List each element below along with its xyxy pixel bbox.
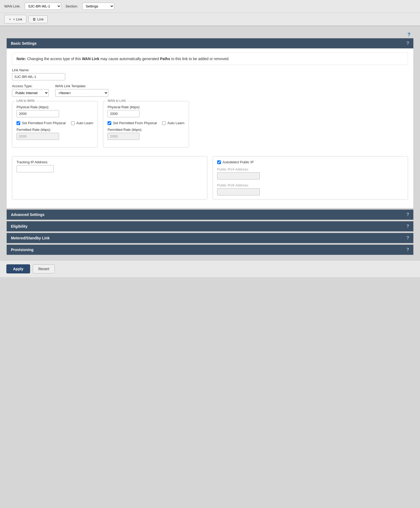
bottom-bar: Apply Revert xyxy=(0,260,420,277)
basic-settings-header: Basic Settings ? xyxy=(7,38,413,48)
metered-standby-label: Metered/Standby Link xyxy=(11,236,50,240)
autodetect-checkbox[interactable] xyxy=(217,160,221,164)
tracking-ip-label: Tracking IP Address: xyxy=(17,160,203,164)
wan-auto-learn-checkbox[interactable] xyxy=(162,121,166,125)
wan-permitted-rate-input[interactable] xyxy=(108,133,139,140)
add-link-label: + Link xyxy=(13,17,22,21)
public-ipv4-label: Public IPv4 Address: xyxy=(217,167,403,171)
add-link-button[interactable]: ＋ + Link xyxy=(4,15,26,23)
tracking-ip-panel: Tracking IP Address: xyxy=(12,156,207,199)
wan-physical-rate-input[interactable] xyxy=(108,110,139,117)
wan-auto-learn-label: Auto Learn xyxy=(167,121,184,125)
top-help-area: ? xyxy=(6,30,414,38)
advanced-settings-header[interactable]: Advanced Settings ? xyxy=(7,210,413,220)
main-content: ? Basic Settings ? Note: Changing the ac… xyxy=(0,26,420,260)
public-ipv4-input[interactable] xyxy=(217,172,260,180)
delete-link-label: Link xyxy=(37,17,44,21)
lan-checkbox-row: Set Permitted From Physical Auto Learn xyxy=(17,121,93,125)
provisioning-header[interactable]: Provisioning ? xyxy=(7,245,413,255)
eligibility-help-icon[interactable]: ? xyxy=(406,224,409,229)
lan-set-permitted-checkbox[interactable] xyxy=(17,121,20,125)
public-ipv6-input[interactable] xyxy=(217,188,260,195)
wan-template-label: WAN Link Template: xyxy=(55,84,108,88)
provisioning-section: Provisioning ? xyxy=(6,244,414,255)
eligibility-section: Eligibility ? xyxy=(6,221,414,232)
tracking-ip-input[interactable] xyxy=(17,165,54,172)
metered-standby-header[interactable]: Metered/Standby Link ? xyxy=(7,233,413,243)
section-label: Section: xyxy=(65,4,78,8)
tracking-panels-row: Tracking IP Address: Autodetect Public I… xyxy=(12,156,408,199)
wan-template-group: WAN Link Template: <None> xyxy=(55,84,108,97)
advanced-settings-label: Advanced Settings xyxy=(11,213,44,217)
lan-set-permitted-label: Set Permitted From Physical xyxy=(22,121,66,125)
trash-icon: 🗑 xyxy=(32,17,36,21)
provisioning-label: Provisioning xyxy=(11,248,34,252)
lan-physical-rate-group: Physical Rate (kbps): xyxy=(17,105,93,117)
advanced-settings-section: Advanced Settings ? xyxy=(6,209,414,220)
public-ipv6-group: Public IPv6 Address: xyxy=(217,183,403,195)
lan-to-wan-panel: LAN to WAN Physical Rate (kbps): Set Per… xyxy=(12,101,98,148)
wan-physical-rate-label: Physical Rate (kbps): xyxy=(108,105,184,109)
access-type-group: Access Type: Public Internet xyxy=(12,84,49,97)
help-icon-top[interactable]: ? xyxy=(407,32,410,38)
lan-physical-rate-input[interactable] xyxy=(17,110,59,117)
autodetect-checkbox-item[interactable]: Autodetect Public IP xyxy=(217,160,403,164)
link-name-input[interactable] xyxy=(12,73,65,80)
toolbar: ＋ + Link 🗑 Link xyxy=(0,13,420,26)
delete-link-button[interactable]: 🗑 Link xyxy=(28,15,48,23)
public-ipv4-group: Public IPv4 Address: xyxy=(217,167,403,180)
section-select[interactable]: Settings xyxy=(82,3,114,10)
public-ipv6-label: Public IPv6 Address: xyxy=(217,183,403,187)
lan-to-wan-title: LAN to WAN xyxy=(15,99,36,103)
wan-to-lan-title: WAN to LAN xyxy=(106,99,127,103)
wan-set-permitted-label: Set Permitted From Physical xyxy=(113,121,157,125)
wan-checkbox-row: Set Permitted From Physical Auto Learn xyxy=(108,121,184,125)
lan-set-permitted-checkbox-item[interactable]: Set Permitted From Physical xyxy=(17,121,66,125)
lan-auto-learn-checkbox[interactable] xyxy=(71,121,75,125)
public-ip-panel: Autodetect Public IP Public IPv4 Address… xyxy=(213,156,408,199)
note-box: Note: Changing the access type of this W… xyxy=(12,53,408,65)
wan-permitted-rate-group: Permitted Rate (kbps): xyxy=(108,128,184,140)
revert-button[interactable]: Revert xyxy=(33,264,55,273)
link-name-label: Link Name: xyxy=(12,68,408,72)
basic-settings-body: Note: Changing the access type of this W… xyxy=(7,48,413,208)
access-type-select[interactable]: Public Internet xyxy=(12,89,49,97)
plus-icon: ＋ xyxy=(8,17,12,22)
note-text: Note: Changing the access type of this W… xyxy=(17,57,229,61)
wan-permitted-rate-label: Permitted Rate (kbps): xyxy=(108,128,184,132)
wan-set-permitted-checkbox-item[interactable]: Set Permitted From Physical xyxy=(108,121,157,125)
lan-permitted-rate-label: Permitted Rate (kbps): xyxy=(17,128,93,132)
wan-link-select[interactable]: SJC-BR-WL-1 xyxy=(25,3,61,10)
advanced-settings-help-icon[interactable]: ? xyxy=(406,212,409,217)
apply-button[interactable]: Apply xyxy=(6,264,30,273)
provisioning-help-icon[interactable]: ? xyxy=(406,247,409,252)
wan-link-label: WAN Link: xyxy=(4,4,20,8)
lan-auto-learn-label: Auto Learn xyxy=(76,121,93,125)
lan-permitted-rate-group: Permitted Rate (kbps): xyxy=(17,128,93,140)
access-type-label: Access Type: xyxy=(12,84,49,88)
metered-standby-help-icon[interactable]: ? xyxy=(406,236,409,240)
autodetect-label: Autodetect Public IP xyxy=(223,160,254,164)
rate-panels-row: LAN to WAN Physical Rate (kbps): Set Per… xyxy=(12,101,408,152)
basic-settings-title: Basic Settings xyxy=(11,41,36,45)
type-template-row: Access Type: Public Internet WAN Link Te… xyxy=(12,84,408,97)
basic-settings-panel: Basic Settings ? Note: Changing the acce… xyxy=(6,38,414,208)
basic-settings-help-icon[interactable]: ? xyxy=(406,41,409,46)
lan-permitted-rate-input[interactable] xyxy=(17,133,59,140)
eligibility-label: Eligibility xyxy=(11,224,27,228)
link-name-group: Link Name: xyxy=(12,68,408,80)
lan-auto-learn-checkbox-item[interactable]: Auto Learn xyxy=(71,121,93,125)
wan-physical-rate-group: Physical Rate (kbps): xyxy=(108,105,184,117)
wan-auto-learn-checkbox-item[interactable]: Auto Learn xyxy=(162,121,184,125)
top-bar: WAN Link: SJC-BR-WL-1 Section: Settings xyxy=(0,0,420,13)
wan-template-select[interactable]: <None> xyxy=(55,89,108,97)
wan-set-permitted-checkbox[interactable] xyxy=(108,121,111,125)
wan-to-lan-panel: WAN to LAN Physical Rate (kbps): Set Per… xyxy=(103,101,189,148)
metered-standby-section: Metered/Standby Link ? xyxy=(6,233,414,243)
eligibility-header[interactable]: Eligibility ? xyxy=(7,221,413,231)
lan-physical-rate-label: Physical Rate (kbps): xyxy=(17,105,93,109)
